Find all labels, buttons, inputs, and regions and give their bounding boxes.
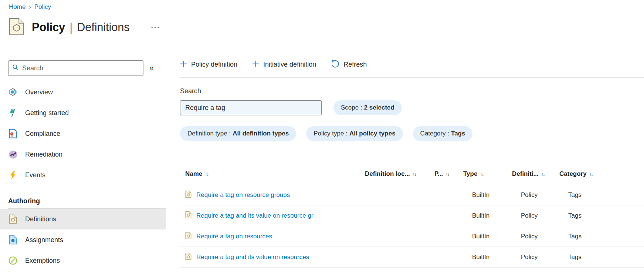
definition-link[interactable]: Require a tag on resources [196,233,272,240]
events-lightning-icon [8,170,18,180]
definition-search-input[interactable] [180,100,322,115]
definition-link[interactable]: Require a tag on resource groups [196,191,290,199]
sidebar-item-label: Assignments [25,236,63,244]
page-title-primary: Policy [32,21,65,34]
policy-definition-button[interactable]: Policy definition [180,60,237,69]
sidebar-item-label: Remediation [25,151,62,158]
sidebar-item-overview[interactable]: Overview [0,82,166,103]
scope-filter-pill[interactable]: Scope : 2 selected [333,100,402,115]
policy-row-icon [185,252,191,262]
search-icon [12,64,19,72]
scope-filter-value: 2 selected [364,104,394,111]
sort-icon: ↑↓ [413,171,416,177]
table-row[interactable]: Require a tag and its value on resource … [180,205,644,226]
plus-icon [252,60,259,69]
breadcrumb-home-link[interactable]: Home [9,3,26,11]
table-header-row: Name ↑↓ Definition loc... ↑↓ P... ↑↓ Typ… [180,163,644,185]
sidebar-item-label: Events [25,171,45,179]
sidebar-item-exemptions[interactable]: Exemptions [0,250,166,271]
definitions-icon [8,214,18,224]
compliance-icon [8,129,18,138]
definitions-table: Name ↑↓ Definition loc... ↑↓ P... ↑↓ Typ… [180,163,644,268]
policy-row-icon [185,232,191,241]
category-filter-pill[interactable]: Category : Tags [413,126,473,141]
main-content: Policy definition Initiative definition [180,52,644,275]
sidebar-item-definitions[interactable]: Definitions [0,209,166,229]
cell-definition: Policy [512,254,559,261]
column-header-definition-location[interactable]: Definition loc... ↑↓ [365,170,434,178]
cell-category: Tags [559,254,644,261]
sidebar-item-label: Exemptions [25,257,60,265]
scope-filter-label: Scope : [341,104,362,111]
getting-started-flag-icon [8,108,18,117]
cell-definition: Policy [512,191,559,199]
cell-type: BuiltIn [463,191,512,199]
table-row[interactable]: Require a tag on resource groups BuiltIn… [180,185,644,205]
breadcrumb-policy-link[interactable]: Policy [34,3,51,11]
refresh-button[interactable]: Refresh [331,60,367,70]
column-header-p[interactable]: P... ↑↓ [434,170,463,178]
policy-type-filter-pill[interactable]: Policy type : All policy types [306,126,403,141]
column-header-category[interactable]: Category ↑↓ [559,170,644,178]
plus-icon [180,60,187,69]
sidebar-item-compliance[interactable]: Compliance [0,123,166,144]
table-row[interactable]: Require a tag on resources BuiltIn Polic… [180,226,644,247]
filter-label: Policy type : [313,130,348,137]
sidebar-collapse-button[interactable]: « [143,64,160,72]
column-header-name[interactable]: Name ↑↓ [180,170,365,178]
sort-icon: ↑↓ [480,171,483,177]
page-title-secondary: Definitions [77,21,130,34]
column-header-label: Type [463,170,477,178]
column-header-definition[interactable]: Definiti... ↑↓ [512,170,559,178]
filter-value: All policy types [349,130,396,137]
sidebar-item-label: Overview [25,88,53,96]
table-row[interactable]: Require a tag and its value on resources… [180,247,644,268]
cell-type: BuiltIn [463,254,512,261]
sidebar-item-remediation[interactable]: Remediation [0,144,166,165]
sidebar: « Overview [0,52,166,275]
cell-definition: Policy [512,212,559,219]
definition-link[interactable]: Require a tag and its value on resource … [196,212,313,219]
sidebar-item-events[interactable]: Events [0,165,166,185]
sort-icon: ↑↓ [205,171,208,177]
toolbar: Policy definition Initiative definition [180,52,644,78]
column-header-label: Definiti... [512,170,539,178]
column-header-label: P... [434,170,443,178]
filters-row: Scope : 2 selected [180,100,644,115]
assignments-icon [8,235,18,245]
policy-row-icon [185,211,191,220]
toolbar-button-label: Policy definition [191,61,237,68]
filter-pills-row: Definition type : All definition types P… [180,126,644,141]
refresh-icon [331,60,339,70]
column-header-type[interactable]: Type ↑↓ [463,170,512,178]
more-menu-button[interactable]: ··· [151,24,160,31]
sort-icon: ↑↓ [589,171,593,177]
definition-type-filter-pill[interactable]: Definition type : All definition types [180,126,296,141]
sidebar-item-assignments[interactable]: Assignments [0,229,166,250]
toolbar-button-label: Initiative definition [263,61,316,68]
sidebar-search-box[interactable] [8,60,143,76]
sort-icon: ↑↓ [445,171,449,177]
search-label: Search [180,87,644,95]
initiative-definition-button[interactable]: Initiative definition [252,60,316,69]
page-title: Policy | Definitions [32,21,130,34]
sidebar-search-input[interactable] [22,64,139,72]
sort-icon: ↑↓ [541,171,545,177]
filter-value: Tags [451,130,465,137]
page-header: Policy | Definitions ··· [9,18,160,37]
sidebar-search-row: « [8,60,166,76]
remediation-icon [8,150,18,159]
page-title-separator: | [70,21,72,34]
policy-row-icon [185,190,191,199]
overview-icon [8,88,18,97]
cell-category: Tags [559,191,644,199]
column-header-label: Category [559,170,587,178]
toolbar-button-label: Refresh [343,61,367,68]
cell-definition: Policy [512,233,559,240]
cell-category: Tags [559,212,644,219]
filter-value: All definition types [233,130,289,137]
filter-label: Category : [420,130,449,137]
sidebar-item-label: Getting started [25,109,69,117]
sidebar-item-getting-started[interactable]: Getting started [0,103,166,123]
definition-link[interactable]: Require a tag and its value on resources [196,254,309,261]
